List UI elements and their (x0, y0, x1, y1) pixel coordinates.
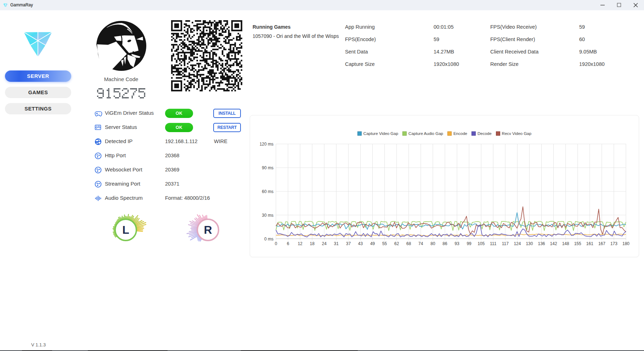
svg-text:24: 24 (322, 241, 327, 246)
svg-text:0: 0 (275, 241, 277, 246)
svg-text:30 ms: 30 ms (262, 213, 273, 218)
svg-text:80: 80 (430, 241, 435, 246)
svg-text:155: 155 (574, 241, 581, 246)
svg-text:49: 49 (370, 241, 375, 246)
svg-text:60 ms: 60 ms (262, 189, 273, 194)
svg-text:167: 167 (598, 241, 605, 246)
svg-text:6: 6 (287, 241, 289, 246)
svg-text:43: 43 (358, 241, 363, 246)
svg-text:111: 111 (490, 241, 497, 246)
svg-text:136: 136 (538, 241, 545, 246)
svg-text:62: 62 (394, 241, 399, 246)
svg-text:173: 173 (610, 241, 617, 246)
svg-text:68: 68 (406, 241, 411, 246)
svg-text:148: 148 (562, 241, 569, 246)
svg-text:37: 37 (346, 241, 351, 246)
svg-text:124: 124 (514, 241, 521, 246)
svg-text:180: 180 (622, 241, 629, 246)
svg-text:93: 93 (454, 241, 459, 246)
svg-text:86: 86 (442, 241, 447, 246)
svg-text:74: 74 (418, 241, 423, 246)
svg-text:105: 105 (478, 241, 485, 246)
svg-text:99: 99 (467, 241, 471, 246)
svg-text:0 ms: 0 ms (264, 237, 273, 242)
svg-text:12: 12 (298, 241, 303, 246)
svg-text:90 ms: 90 ms (262, 165, 273, 170)
svg-text:117: 117 (502, 241, 509, 246)
svg-text:130: 130 (526, 241, 533, 246)
svg-text:31: 31 (334, 241, 339, 246)
svg-text:18: 18 (310, 241, 315, 246)
svg-text:120 ms: 120 ms (260, 142, 273, 147)
svg-text:161: 161 (586, 241, 593, 246)
svg-text:55: 55 (382, 241, 387, 246)
svg-text:142: 142 (550, 241, 557, 246)
